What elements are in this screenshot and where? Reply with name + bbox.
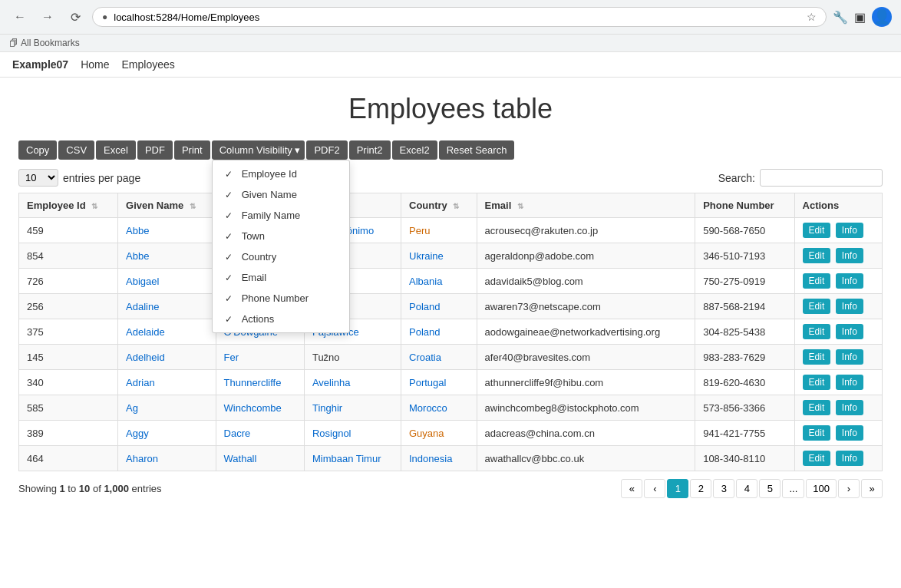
column-visibility-button[interactable]: Column Visibility ▾	[212, 140, 305, 160]
check-icon-family-name: ✓	[225, 210, 237, 221]
col-label-family-name: Family Name	[242, 210, 301, 221]
cell-phone: 304-825-5438	[695, 319, 794, 345]
cell-phone: 346-510-7193	[695, 243, 794, 269]
page-5-button[interactable]: 5	[759, 479, 781, 498]
table-footer: Showing 1 to 10 of 1,000 entries « ‹ 1 2…	[18, 479, 883, 498]
info-button[interactable]: Info	[836, 324, 863, 339]
sort-arrows-id: ⇅	[91, 202, 97, 210]
edit-button[interactable]: Edit	[803, 425, 831, 441]
last-page-button[interactable]: 100	[806, 479, 837, 498]
search-input[interactable]	[760, 169, 883, 187]
print-button[interactable]: Print	[174, 140, 210, 160]
info-button[interactable]: Info	[836, 375, 863, 390]
col-vis-item-country[interactable]: ✓ Country	[213, 246, 349, 267]
cell-town: Mimbaan Timur	[304, 446, 401, 471]
col-header-actions: Actions	[794, 193, 882, 218]
star-icon[interactable]: ☆	[807, 11, 817, 23]
reload-button[interactable]: ⟳	[64, 6, 86, 28]
url-input[interactable]	[114, 12, 800, 23]
showing-to-label: to	[68, 483, 78, 494]
page-title: Employees table	[18, 93, 883, 125]
info-button[interactable]: Info	[836, 425, 863, 441]
cell-country: Indonesia	[401, 446, 477, 471]
first-page-button[interactable]: «	[621, 479, 642, 498]
entries-per-page-select[interactable]: 10 25 50 100	[18, 169, 58, 187]
column-visibility-menu: ✓ Employee Id ✓ Given Name ✓ Family Name…	[212, 160, 350, 333]
edit-button[interactable]: Edit	[803, 248, 831, 263]
cell-family-name: Fer	[216, 345, 304, 370]
edit-button[interactable]: Edit	[803, 400, 831, 415]
table-row: 340 Adrian Thunnercliffe Avelinha Portug…	[19, 370, 883, 395]
cell-given-name: Abigael	[118, 269, 216, 294]
forward-button[interactable]: →	[37, 6, 58, 28]
bookmarks-label: All Bookmarks	[21, 38, 80, 48]
nav-home[interactable]: Home	[81, 58, 109, 71]
col-vis-item-email[interactable]: ✓ Email	[213, 267, 349, 288]
edit-button[interactable]: Edit	[803, 299, 831, 314]
info-button[interactable]: Info	[836, 273, 863, 289]
col-header-country[interactable]: Country ⇅	[401, 193, 477, 218]
cell-email: awathallcv@bbc.co.uk	[477, 446, 695, 471]
profile-icon[interactable]: 👤	[872, 7, 892, 27]
col-header-phone[interactable]: Phone Number	[695, 193, 794, 218]
showing-entries: entries	[132, 483, 162, 494]
col-header-actions-label: Actions	[803, 200, 840, 211]
info-button[interactable]: Info	[836, 400, 863, 415]
col-vis-item-actions[interactable]: ✓ Actions	[213, 309, 349, 329]
pdf2-button[interactable]: PDF2	[306, 140, 347, 160]
reset-search-button[interactable]: Reset Search	[439, 140, 515, 160]
pdf-button[interactable]: PDF	[137, 140, 173, 160]
last-arrow-button[interactable]: »	[861, 479, 883, 498]
col-header-email[interactable]: Email ⇅	[477, 193, 695, 218]
col-vis-item-given-name[interactable]: ✓ Given Name	[213, 184, 349, 205]
info-button[interactable]: Info	[836, 451, 863, 466]
page-1-button[interactable]: 1	[667, 479, 688, 498]
csv-button[interactable]: CSV	[58, 140, 94, 160]
cell-family-name: Wathall	[216, 446, 304, 471]
cell-actions: Edit Info	[794, 370, 882, 395]
cell-family-name: Winchcombe	[216, 395, 304, 421]
info-button[interactable]: Info	[836, 299, 863, 314]
nav-employees[interactable]: Employees	[122, 58, 175, 71]
copy-button[interactable]: Copy	[18, 140, 57, 160]
edit-button[interactable]: Edit	[803, 324, 831, 339]
info-button[interactable]: Info	[836, 349, 863, 365]
col-vis-item-phone[interactable]: ✓ Phone Number	[213, 288, 349, 309]
extensions-icon[interactable]: 🔧	[833, 10, 848, 25]
cell-phone: 819-620-4630	[695, 370, 794, 395]
excel2-button[interactable]: Excel2	[392, 140, 437, 160]
back-button[interactable]: ←	[9, 6, 31, 28]
cell-given-name: Adrian	[118, 370, 216, 395]
table-header: Employee Id ⇅ Given Name ⇅ Family Name T…	[19, 193, 883, 218]
page-2-button[interactable]: 2	[690, 479, 711, 498]
edit-button[interactable]: Edit	[803, 375, 831, 390]
puzzle-icon[interactable]: ▣	[854, 10, 866, 25]
next-page-button[interactable]: ›	[838, 479, 860, 498]
ellipsis-button: ...	[782, 479, 804, 498]
cell-actions: Edit Info	[794, 446, 882, 471]
cell-country: Ukraine	[401, 243, 477, 269]
col-header-given-name[interactable]: Given Name ⇅	[118, 193, 216, 218]
showing-info: Showing 1 to 10 of 1,000 entries	[18, 483, 162, 494]
edit-button[interactable]: Edit	[803, 223, 831, 238]
info-button[interactable]: Info	[836, 223, 863, 238]
edit-button[interactable]: Edit	[803, 273, 831, 289]
info-button[interactable]: Info	[836, 248, 863, 263]
col-vis-item-town[interactable]: ✓ Town	[213, 226, 349, 246]
edit-button[interactable]: Edit	[803, 349, 831, 365]
showing-text: Showing	[18, 483, 57, 494]
page-3-button[interactable]: 3	[713, 479, 734, 498]
brand-label: Example07	[12, 58, 68, 71]
col-label-country: Country	[242, 251, 277, 263]
col-header-employee-id[interactable]: Employee Id ⇅	[19, 193, 118, 218]
page-4-button[interactable]: 4	[736, 479, 757, 498]
prev-page-button[interactable]: ‹	[644, 479, 665, 498]
cell-id: 854	[19, 243, 118, 269]
col-vis-item-employee-id[interactable]: ✓ Employee Id	[213, 164, 349, 184]
cell-phone: 573-856-3366	[695, 395, 794, 421]
excel-button[interactable]: Excel	[96, 140, 136, 160]
col-vis-item-family-name[interactable]: ✓ Family Name	[213, 205, 349, 226]
edit-button[interactable]: Edit	[803, 451, 831, 466]
table-row: 464 Aharon Wathall Mimbaan Timur Indones…	[19, 446, 883, 471]
print2-button[interactable]: Print2	[349, 140, 391, 160]
